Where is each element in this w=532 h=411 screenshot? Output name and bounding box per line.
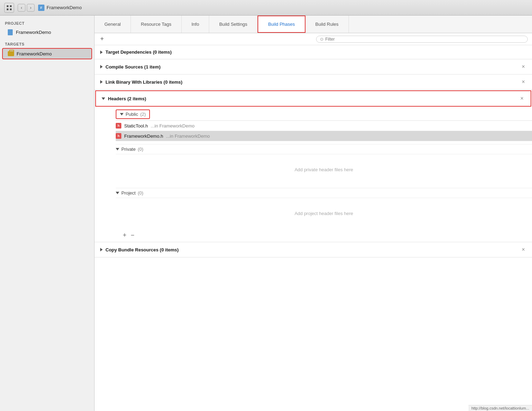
project-sub-count: (0)	[138, 190, 143, 196]
headers-title: Headers (2 items)	[108, 96, 146, 101]
triangle-down-icon	[102, 97, 105, 100]
file-row-statictool[interactable]: h StaticTool.h ...in FrameworkDemo	[116, 121, 532, 131]
compile-sources-title: Compile Sources (1 item)	[105, 64, 161, 70]
tab-build-phases[interactable]: Build Phases	[258, 16, 306, 33]
tab-build-rules[interactable]: Build Rules	[306, 16, 349, 33]
headers-close[interactable]: ×	[519, 95, 525, 102]
forward-button[interactable]: ›	[27, 4, 35, 12]
headers-sub-sections: Public (2) h StaticTool.h ...in Framewor…	[95, 107, 532, 242]
project-file-icon	[7, 29, 13, 35]
link-binary-header[interactable]: Link Binary With Libraries (0 items) ×	[95, 75, 532, 89]
file-row-frameworkdemo[interactable]: h FrameworkDemo.h ...in FrameworkDemo	[116, 131, 532, 141]
project-section-title: PROJECT	[0, 20, 94, 27]
triangle-right-icon	[100, 65, 103, 68]
public-label: Public	[126, 112, 138, 117]
copy-bundle-close[interactable]: ×	[520, 246, 526, 253]
project-triangle-icon	[116, 192, 119, 194]
svg-rect-3	[10, 8, 12, 10]
main-container: PROJECT FrameworkDemo TARGETS FrameworkD…	[0, 16, 532, 411]
headers-section: Headers (2 items) × Public (2)	[95, 90, 532, 242]
filter-input[interactable]	[325, 37, 524, 42]
public-subsection: Public (2) h StaticTool.h ...in Framewor…	[116, 107, 532, 141]
triangle-right-icon	[100, 50, 103, 54]
copy-bundle-section: Copy Bundle Resources (0 items) ×	[95, 242, 532, 257]
titlebar-title: F FrameworkDemo	[38, 5, 82, 11]
project-icon: F	[38, 5, 44, 11]
project-empty: Add project header files here	[116, 198, 532, 229]
remove-header-button[interactable]: −	[129, 232, 136, 239]
private-placeholder: Add private header files here	[116, 161, 532, 178]
nav-buttons: ‹ ›	[18, 4, 35, 12]
sidebar-item-target[interactable]: FrameworkDemo	[2, 48, 92, 59]
target-dependencies-header[interactable]: Target Dependencies (0 items)	[95, 45, 532, 59]
content-area: General Resource Tags Info Build Setting…	[95, 16, 532, 411]
compile-sources-section: Compile Sources (1 item) ×	[95, 59, 532, 75]
svg-rect-2	[7, 8, 8, 10]
project-sub-header[interactable]: Project (0)	[116, 188, 532, 198]
triangle-right-icon	[100, 248, 103, 251]
h-file-icon: h	[116, 133, 121, 139]
add-remove-bar: + −	[116, 229, 532, 242]
project-placeholder: Add project header files here	[116, 205, 532, 222]
add-phase-button[interactable]: +	[99, 35, 105, 43]
targets-section-title: TARGETS	[0, 41, 94, 48]
triangle-right-icon	[100, 80, 103, 84]
project-sub-label: Project	[121, 190, 135, 196]
svg-rect-1	[10, 5, 12, 7]
titlebar: ‹ › F FrameworkDemo	[0, 0, 532, 16]
url-bar: http://blog.csdn.net/locattionlum...	[468, 405, 532, 411]
target-dependencies-section: Target Dependencies (0 items)	[95, 45, 532, 59]
tab-general[interactable]: General	[95, 16, 131, 33]
tab-resource-tags[interactable]: Resource Tags	[131, 16, 181, 33]
back-button[interactable]: ‹	[18, 4, 25, 12]
link-binary-title: Link Binary With Libraries (0 items)	[105, 79, 182, 85]
tab-build-settings[interactable]: Build Settings	[209, 16, 258, 33]
compile-sources-header[interactable]: Compile Sources (1 item) ×	[95, 59, 532, 74]
h-file-icon: h	[116, 123, 121, 129]
svg-rect-0	[7, 5, 8, 7]
target-dependencies-title: Target Dependencies (0 items)	[105, 49, 172, 55]
sidebar: PROJECT FrameworkDemo TARGETS FrameworkD…	[0, 16, 95, 411]
filter-icon: ⊙	[320, 37, 324, 42]
private-triangle-icon	[116, 148, 119, 150]
filter-box: ⊙	[316, 36, 528, 43]
sidebar-target-label: FrameworkDemo	[17, 51, 52, 56]
sidebar-project-label: FrameworkDemo	[16, 30, 51, 35]
public-header[interactable]: Public (2)	[116, 109, 150, 119]
scroll-content[interactable]: Target Dependencies (0 items) Compile So…	[95, 45, 532, 411]
public-files: h StaticTool.h ...in FrameworkDemo h Fra…	[116, 120, 532, 141]
private-header[interactable]: Private (0)	[116, 144, 532, 154]
tab-bar: General Resource Tags Info Build Setting…	[95, 16, 532, 33]
sidebar-item-project[interactable]: FrameworkDemo	[2, 27, 92, 37]
tab-info[interactable]: Info	[182, 16, 210, 33]
copy-bundle-title: Copy Bundle Resources (0 items)	[105, 247, 179, 252]
headers-header[interactable]: Headers (2 items) ×	[95, 90, 531, 107]
project-subsection: Project (0) Add project header files her…	[116, 185, 532, 229]
link-binary-section: Link Binary With Libraries (0 items) ×	[95, 75, 532, 90]
grid-icon[interactable]	[4, 3, 14, 13]
target-icon	[8, 50, 14, 57]
frameworkdemo-name: FrameworkDemo.h	[124, 133, 163, 139]
link-binary-close[interactable]: ×	[520, 79, 526, 85]
private-count: (0)	[138, 147, 143, 152]
add-header-button[interactable]: +	[121, 232, 128, 239]
private-label: Private	[121, 147, 135, 152]
copy-bundle-header[interactable]: Copy Bundle Resources (0 items) ×	[95, 242, 532, 257]
toolbar: + ⊙	[95, 33, 532, 45]
frameworkdemo-path: ...in FrameworkDemo	[166, 133, 210, 139]
statictool-name: StaticTool.h	[124, 123, 148, 129]
private-empty: Add private header files here	[116, 154, 532, 185]
statictool-path: ...in FrameworkDemo	[151, 123, 194, 129]
private-subsection: Private (0) Add private header files her…	[116, 141, 532, 185]
public-triangle-icon	[120, 113, 123, 115]
project-name: FrameworkDemo	[47, 5, 82, 10]
compile-sources-close[interactable]: ×	[520, 64, 526, 70]
public-count: (2)	[140, 112, 146, 117]
